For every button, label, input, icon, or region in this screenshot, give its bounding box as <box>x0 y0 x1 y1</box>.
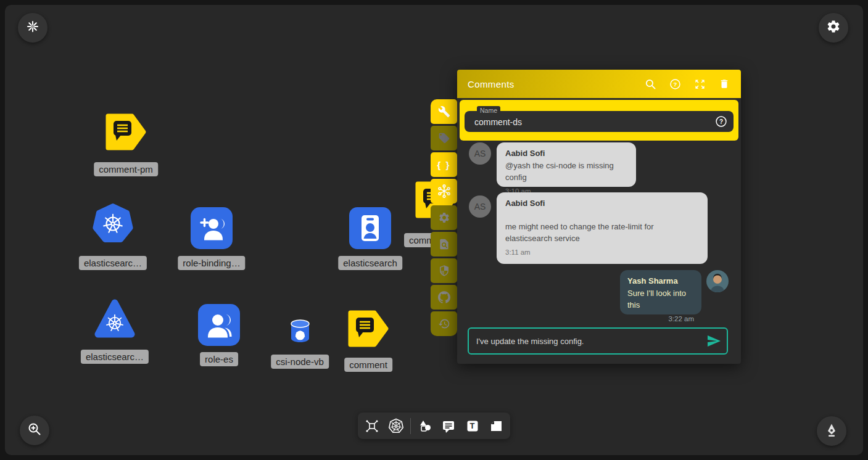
toolbar-item-settings[interactable] <box>431 205 457 230</box>
comment-tool[interactable] <box>439 417 458 435</box>
message-text: me might need to change the rate-limit f… <box>505 221 699 245</box>
toolbar-item-github[interactable] <box>431 285 457 310</box>
components-tool[interactable] <box>363 417 381 435</box>
gear-icon <box>826 19 841 36</box>
name-field[interactable]: Name ? <box>465 111 734 132</box>
chat-message: Aabid Sofi me might need to change the r… <box>497 192 708 264</box>
avatar-initials: AS <box>474 202 486 212</box>
search-icon[interactable] <box>644 78 656 90</box>
braces-icon: { } <box>437 160 451 170</box>
comments-panel-header[interactable]: Comments ? <box>457 70 741 98</box>
gear-icon <box>438 212 450 224</box>
node-label-elasticsearch-heptagon: elasticsearc… <box>79 256 147 270</box>
shape-palette-toolbar: T <box>358 413 510 439</box>
toolbar-item-braces[interactable]: { } <box>431 152 457 177</box>
name-help-icon[interactable]: ? <box>715 115 727 130</box>
kubernetes-heptagon-icon <box>92 203 134 245</box>
toolbar-divider <box>410 418 411 434</box>
name-input[interactable] <box>473 111 704 133</box>
github-icon <box>438 291 450 303</box>
components-icon <box>365 419 379 433</box>
kubernetes-tool[interactable] <box>387 417 405 435</box>
kubernetes-triangle-icon <box>94 298 136 340</box>
toolbar-item-hub[interactable] <box>431 179 457 203</box>
chat-message: Aabid Sofi @yash the csi-node is missing… <box>497 142 636 187</box>
message-text: Sure I'll look into this <box>627 288 694 311</box>
node-label-comment: comment <box>344 358 392 372</box>
pen-tool-button[interactable] <box>817 416 846 446</box>
node-elasticsearch-heptagon[interactable] <box>92 203 134 247</box>
node-label-role-es: role-es <box>200 352 238 366</box>
comment-icon <box>441 419 456 433</box>
chat-message: Yash Sharma Sure I'll look into this 3:2… <box>620 270 701 314</box>
node-label-comment-pm: comment-pm <box>94 162 158 176</box>
send-icon <box>706 334 721 348</box>
hub-snowflake-icon <box>437 184 451 198</box>
node-action-toolbar: { } <box>431 99 457 336</box>
help-icon[interactable]: ? <box>669 78 681 90</box>
chat-input-box[interactable] <box>468 327 728 355</box>
node-label-elasticsearch-triangle: elasticsearc… <box>81 350 149 364</box>
message-time: 3:22 am <box>627 315 694 322</box>
role-binding-icon <box>191 207 233 249</box>
pen-nib-icon <box>824 422 839 440</box>
settings-button[interactable] <box>819 13 848 43</box>
toolbar-item-configure-wrench[interactable] <box>431 99 457 124</box>
node-comment-pm[interactable] <box>105 113 147 154</box>
chat-input[interactable] <box>469 337 703 346</box>
message-text: @yash the csi-node is missing config <box>505 160 627 184</box>
toolbar-item-history[interactable] <box>431 311 457 336</box>
find-document-icon <box>438 238 450 250</box>
avatar-initials: AS <box>474 149 486 158</box>
shield-icon <box>438 265 450 277</box>
node-elasticsearch-serviceaccount[interactable] <box>349 207 391 252</box>
message-author: Aabid Sofi <box>505 199 699 208</box>
history-icon <box>438 318 450 330</box>
shapes-icon <box>418 419 432 433</box>
note-tool[interactable] <box>487 417 505 435</box>
node-label-role-binding: role-binding… <box>178 256 245 270</box>
name-field-container: Name ? <box>460 100 738 141</box>
message-time: 3:11 am <box>505 248 699 256</box>
node-role-es[interactable] <box>198 304 240 348</box>
node-comment[interactable] <box>347 310 389 350</box>
toolbar-item-tag[interactable] <box>431 126 457 150</box>
kubernetes-icon <box>388 418 404 434</box>
meshmap-workspace: comment-pm elasticsearc… role-binding… <box>0 0 868 460</box>
toolbar-item-find-document[interactable] <box>431 232 457 257</box>
message-author: Aabid Sofi <box>505 149 627 158</box>
node-label-elasticsearch: elasticsearch <box>338 256 402 270</box>
app-logo-button[interactable] <box>18 13 48 43</box>
toolbar-item-shield[interactable] <box>431 258 457 283</box>
note-icon <box>489 419 503 433</box>
wrench-icon <box>438 105 450 118</box>
svg-text:?: ? <box>719 118 723 125</box>
delete-icon[interactable] <box>718 78 730 90</box>
svg-text:?: ? <box>673 81 677 88</box>
shapes-tool[interactable] <box>416 417 434 435</box>
comment-shape-icon <box>347 310 389 348</box>
comments-panel: Comments ? <box>457 70 741 364</box>
comment-shape-icon <box>105 113 147 151</box>
text-tool-glyph: T <box>470 421 475 430</box>
avatar-aabid-sofi: AS <box>469 195 491 218</box>
fullscreen-icon[interactable] <box>693 78 706 90</box>
zoom-in-icon <box>27 422 42 439</box>
zoom-in-button[interactable] <box>20 416 49 445</box>
send-button[interactable] <box>703 332 724 350</box>
avatar-photo <box>706 270 729 292</box>
panel-title: Comments <box>457 79 644 89</box>
role-icon <box>198 304 240 346</box>
avatar-aabid-sofi: AS <box>469 142 491 165</box>
tag-icon <box>438 132 450 144</box>
avatar-yash-sharma <box>706 270 729 292</box>
service-account-icon <box>349 207 391 249</box>
node-csi-node-vb[interactable] <box>290 319 310 345</box>
node-elasticsearch-triangle[interactable] <box>94 298 136 342</box>
message-author: Yash Sharma <box>627 276 694 285</box>
text-tool[interactable]: T <box>463 417 482 435</box>
node-role-binding[interactable] <box>191 207 233 252</box>
storage-cylinder-icon <box>290 319 310 343</box>
app-logo-icon <box>26 20 39 36</box>
node-label-csi-node-vb: csi-node-vb <box>271 355 329 369</box>
